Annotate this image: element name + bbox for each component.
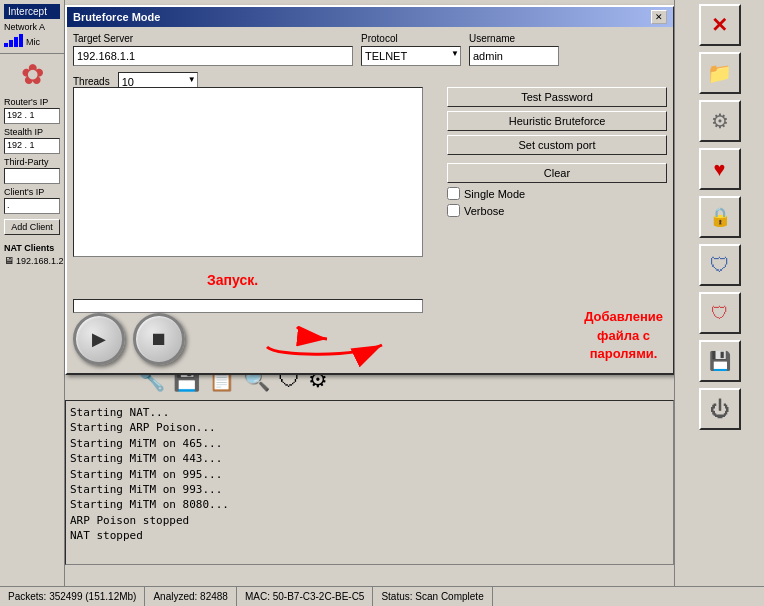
computer-icon: 🖥	[4, 255, 14, 266]
dialog-right-panel: Test Password Heuristic Bruteforce Set c…	[447, 87, 667, 217]
nat-client-ip: 192.168.1.2	[16, 256, 64, 266]
list-item: 🖥 192.168.1.2	[4, 255, 60, 266]
stop-button[interactable]: ⏹	[133, 313, 185, 365]
analyzed-status: Analyzed: 82488	[145, 587, 237, 606]
sidebar-top: Intercept Network A Mic	[0, 0, 64, 54]
dialog-title: Bruteforce Mode	[73, 11, 160, 23]
username-input[interactable]	[469, 46, 559, 66]
close-red-button[interactable]: ✕	[699, 4, 741, 46]
network-label: Network A	[4, 22, 60, 32]
third-party-label: Third-Party	[0, 155, 64, 167]
bar3	[14, 37, 18, 47]
heuristic-bruteforce-button[interactable]: Heuristic Bruteforce	[447, 111, 667, 131]
right-sidebar: ✕ 📁 ⚙ ♥ 🔒 🛡 🛡 💾 ⏻	[674, 0, 764, 606]
single-mode-label: Single Mode	[464, 188, 525, 200]
bar4	[19, 34, 23, 47]
lock-icon: 🔒	[709, 206, 731, 228]
stealth-ip-value: 192 . 1	[4, 138, 60, 154]
username-label: Username	[469, 33, 559, 44]
shield-x-icon: 🛡	[711, 303, 729, 324]
username-field: Username	[469, 33, 559, 66]
dialog-titlebar: Bruteforce Mode ✕	[67, 7, 673, 27]
test-password-button[interactable]: Test Password	[447, 87, 667, 107]
play-button[interactable]: ▶	[73, 313, 125, 365]
heart-button[interactable]: ♥	[699, 148, 741, 190]
mac-status: MAC: 50-B7-C3-2C-BE-C5	[237, 587, 373, 606]
client-ip-label: Client's IP	[0, 185, 64, 197]
progress-bar	[73, 299, 423, 313]
stealth-ip-label: Stealth IP	[0, 125, 64, 137]
bar1	[4, 43, 8, 47]
shield-icon: 🛡	[710, 254, 730, 277]
save-button[interactable]: 💾	[699, 340, 741, 382]
bar2	[9, 40, 13, 47]
power-icon: ⏻	[710, 398, 730, 421]
folder-icon: 📁	[707, 61, 732, 85]
folder-button[interactable]: 📁	[699, 52, 741, 94]
sidebar-app-title: Intercept	[4, 4, 60, 19]
power-button[interactable]: ⏻	[699, 388, 741, 430]
router-ip-label: Router's IP	[0, 95, 64, 107]
status-bar: Packets: 352499 (151.12Mb) Analyzed: 824…	[0, 586, 764, 606]
protocol-field: Protocol TELNET SSH FTP ▼	[361, 33, 461, 66]
router-ip-value: 192 . 1	[4, 108, 60, 124]
target-server-input[interactable]	[73, 46, 353, 66]
target-server-field: Target Server	[73, 33, 353, 66]
control-buttons: ▶ ⏹	[73, 313, 185, 365]
verbose-row: Verbose	[447, 204, 667, 217]
signal-bars: Mic	[4, 34, 60, 47]
protocol-label: Protocol	[361, 33, 461, 44]
close-x-icon: ✕	[711, 13, 728, 37]
packets-status: Packets: 352499 (151.12Mb)	[0, 587, 145, 606]
target-server-label: Target Server	[73, 33, 353, 44]
log-text: Starting NAT... Starting ARP Poison... S…	[70, 405, 669, 544]
scan-status: Status: Scan Complete	[373, 587, 492, 606]
launch-annotation: Запуск.	[207, 272, 258, 288]
nat-clients-label: NAT Clients	[4, 243, 60, 253]
log-area: Starting NAT... Starting ARP Poison... S…	[65, 400, 674, 565]
heart-icon: ♥	[714, 158, 726, 181]
gear-button[interactable]: ⚙	[699, 100, 741, 142]
protocol-select-wrapper: TELNET SSH FTP ▼	[361, 46, 461, 66]
lock-button[interactable]: 🔒	[699, 196, 741, 238]
verbose-label: Verbose	[464, 205, 504, 217]
threads-label: Threads	[73, 76, 110, 87]
single-mode-row: Single Mode	[447, 187, 667, 200]
mic-text: Mic	[26, 37, 40, 47]
dialog-close-button[interactable]: ✕	[651, 10, 667, 24]
dialog-body: Target Server Protocol TELNET SSH FTP ▼ …	[67, 27, 673, 373]
set-custom-port-button[interactable]: Set custom port	[447, 135, 667, 155]
shield-x-button[interactable]: 🛡	[699, 292, 741, 334]
nat-clients-section: NAT Clients 🖥 192.168.1.2	[0, 239, 64, 270]
verbose-checkbox[interactable]	[447, 204, 460, 217]
dialog-form-row: Target Server Protocol TELNET SSH FTP ▼ …	[73, 33, 667, 66]
left-sidebar: Intercept Network A Mic ✿ Router's IP 19…	[0, 0, 65, 606]
client-ip-value: .	[4, 198, 60, 214]
clear-button[interactable]: Clear	[447, 163, 667, 183]
addfile-annotation: Добавлениефайла спаролями.	[584, 308, 663, 363]
third-party-value	[4, 168, 60, 184]
protocol-select[interactable]: TELNET SSH FTP	[361, 46, 461, 66]
flower-icon: ✿	[0, 54, 64, 95]
gear-icon: ⚙	[711, 109, 729, 133]
dialog-log	[73, 87, 423, 257]
save-icon: 💾	[709, 350, 731, 372]
single-mode-checkbox[interactable]	[447, 187, 460, 200]
bruteforce-dialog: Bruteforce Mode ✕ Target Server Protocol…	[65, 5, 675, 375]
shield-button[interactable]: 🛡	[699, 244, 741, 286]
add-client-button[interactable]: Add Client	[4, 219, 60, 235]
